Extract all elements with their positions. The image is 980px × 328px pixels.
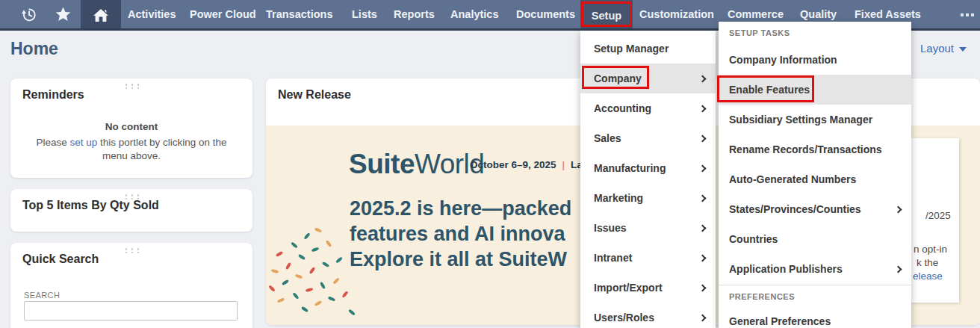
top-items-portlet-title: Top 5 Items By Qty Sold bbox=[22, 199, 159, 212]
menu-item-label: States/Provinces/Counties bbox=[729, 203, 861, 215]
nav-item-activities[interactable]: Activities bbox=[128, 0, 176, 28]
page-title: Home bbox=[10, 39, 58, 59]
layout-menu-label: Layout bbox=[920, 42, 954, 55]
suiteworld-event-info: October 6–9, 2025 | Las V bbox=[470, 159, 598, 170]
reminders-message-before: Please bbox=[36, 137, 69, 148]
nav-item-transactions[interactable]: Transactions bbox=[266, 0, 332, 28]
nav-item-customization[interactable]: Customization bbox=[639, 0, 714, 28]
chevron-down-icon bbox=[959, 47, 967, 52]
menu-item-label: Rename Records/Transactions bbox=[729, 143, 882, 155]
quick-search-portlet: Quick Search SEARCH bbox=[10, 243, 252, 328]
more-ellipsis-icon[interactable] bbox=[961, 13, 974, 16]
suiteworld-logo: SuiteWorld bbox=[349, 149, 484, 180]
chevron-right-icon bbox=[699, 224, 707, 232]
menu-item-states-provinces-counties[interactable]: States/Provinces/Counties bbox=[719, 194, 911, 224]
home-icon bbox=[92, 7, 110, 25]
headline-line-3: Explore it all at SuiteW bbox=[350, 248, 567, 270]
menu-item-label: Intranet bbox=[594, 252, 632, 264]
menu-item-application-publishers[interactable]: Application Publishers bbox=[719, 254, 911, 284]
menu-item-label: Countries bbox=[729, 233, 778, 245]
menu-item-setup-manager[interactable]: Setup Manager bbox=[580, 34, 716, 64]
menu-item-rename-records-transactions[interactable]: Rename Records/Transactions bbox=[719, 134, 911, 164]
reminders-portlet: Reminders No content Please set up this … bbox=[10, 78, 252, 178]
menu-item-accounting[interactable]: Accounting bbox=[580, 93, 716, 123]
chevron-right-icon bbox=[699, 134, 707, 142]
menu-item-countries[interactable]: Countries bbox=[719, 224, 911, 254]
menu-item-general-preferences[interactable]: General Preferences bbox=[719, 306, 911, 328]
new-release-portlet-title: New Release bbox=[278, 88, 351, 102]
reminders-portlet-title: Reminders bbox=[22, 88, 84, 102]
home-tab[interactable] bbox=[81, 0, 121, 31]
release-info-fragment-2: n opt-in bbox=[914, 244, 947, 255]
release-info-fragment-1: /2025 bbox=[925, 210, 951, 221]
menu-item-enable-features[interactable]: Enable Features bbox=[719, 75, 911, 105]
menu-item-company-information[interactable]: Company Information bbox=[719, 45, 911, 75]
company-submenu: SETUP TASKS Company Information Enable F… bbox=[719, 22, 911, 328]
history-icon bbox=[21, 7, 37, 22]
submenu-section-preferences: PREFERENCES bbox=[719, 285, 911, 302]
release-info-fragment-3: k the bbox=[917, 257, 938, 268]
confetti-decoration bbox=[266, 208, 378, 325]
chevron-right-icon bbox=[895, 265, 902, 273]
release-info-card-fragment: /2025 n opt-in k the elease bbox=[911, 138, 959, 303]
nav-item-setup[interactable]: Setup bbox=[580, 0, 633, 31]
chevron-right-icon bbox=[699, 164, 707, 172]
menu-item-auto-generated-numbers[interactable]: Auto-Generated Numbers bbox=[719, 164, 911, 194]
chevron-right-icon bbox=[699, 194, 707, 202]
suiteworld-logo-bold: Suite bbox=[349, 149, 415, 179]
shortcuts-button[interactable] bbox=[52, 0, 73, 28]
quick-search-portlet-title: Quick Search bbox=[22, 253, 99, 266]
event-separator: | bbox=[562, 159, 565, 170]
headline-line-2: features and AI innova bbox=[350, 223, 565, 245]
reminders-message-after: this portlet by clicking on the bbox=[97, 137, 226, 148]
netsuite-home-screen: Activities Power Cloud Transactions List… bbox=[0, 0, 980, 328]
menu-item-subsidiary-settings-manager[interactable]: Subsidiary Settings Manager bbox=[719, 105, 911, 134]
top-items-portlet: Top 5 Items By Qty Sold bbox=[10, 189, 252, 232]
menu-item-issues[interactable]: Issues bbox=[580, 213, 716, 243]
chevron-right-icon bbox=[699, 75, 707, 82]
menu-item-label: Issues bbox=[594, 222, 627, 234]
layout-menu-button[interactable]: Layout bbox=[920, 42, 967, 55]
event-date: October 6–9, 2025 bbox=[470, 159, 556, 170]
submenu-section-setup-tasks: SETUP TASKS bbox=[719, 22, 911, 38]
chevron-right-icon bbox=[699, 314, 707, 321]
menu-item-label: Setup Manager bbox=[594, 43, 669, 55]
menu-item-label: Marketing bbox=[594, 192, 643, 204]
chevron-right-icon bbox=[895, 205, 902, 213]
recent-records-button[interactable] bbox=[18, 0, 39, 28]
menu-item-marketing[interactable]: Marketing bbox=[580, 183, 716, 213]
nav-item-power-cloud[interactable]: Power Cloud bbox=[190, 0, 256, 28]
menu-item-manufacturing[interactable]: Manufacturing bbox=[580, 153, 716, 183]
release-link-fragment[interactable]: elease bbox=[913, 270, 943, 282]
nav-item-documents[interactable]: Documents bbox=[516, 0, 575, 28]
menu-item-intranet[interactable]: Intranet bbox=[580, 243, 716, 273]
search-field-label: SEARCH bbox=[24, 291, 60, 300]
reminders-empty-title: No content bbox=[10, 120, 252, 134]
chevron-right-icon bbox=[699, 284, 707, 291]
nav-item-lists[interactable]: Lists bbox=[352, 0, 377, 28]
set-up-link[interactable]: set up bbox=[69, 137, 97, 148]
menu-item-label: Manufacturing bbox=[594, 162, 666, 174]
chevron-right-icon bbox=[699, 105, 707, 112]
release-headline: 2025.2 is here—packed features and AI in… bbox=[350, 196, 571, 272]
menu-item-label: General Preferences bbox=[729, 315, 831, 327]
menu-item-label: Auto-Generated Numbers bbox=[729, 173, 856, 185]
reminders-empty-state: No content Please set up this portlet by… bbox=[10, 120, 252, 163]
menu-item-label: Import/Export bbox=[594, 282, 663, 294]
menu-item-import-export[interactable]: Import/Export bbox=[580, 273, 716, 303]
drag-handle-icon[interactable] bbox=[123, 247, 140, 253]
setup-dropdown-menu: Setup Manager Company Accounting Sales M… bbox=[580, 31, 716, 328]
nav-item-setup-label: Setup bbox=[592, 10, 621, 22]
menu-item-sales[interactable]: Sales bbox=[580, 123, 716, 153]
menu-item-users-roles[interactable]: Users/Roles bbox=[580, 303, 716, 328]
menu-item-company[interactable]: Company bbox=[580, 64, 716, 93]
menu-item-label: Enable Features bbox=[729, 84, 810, 96]
menu-item-label: Sales bbox=[594, 132, 621, 144]
menu-item-label: Company bbox=[594, 72, 642, 84]
nav-item-analytics[interactable]: Analytics bbox=[450, 0, 498, 28]
headline-line-1: 2025.2 is here—packed bbox=[350, 197, 571, 220]
nav-item-reports[interactable]: Reports bbox=[394, 0, 435, 28]
drag-handle-icon[interactable] bbox=[123, 83, 140, 89]
search-input[interactable] bbox=[24, 301, 238, 321]
reminders-message-line2: menu above. bbox=[102, 150, 161, 161]
